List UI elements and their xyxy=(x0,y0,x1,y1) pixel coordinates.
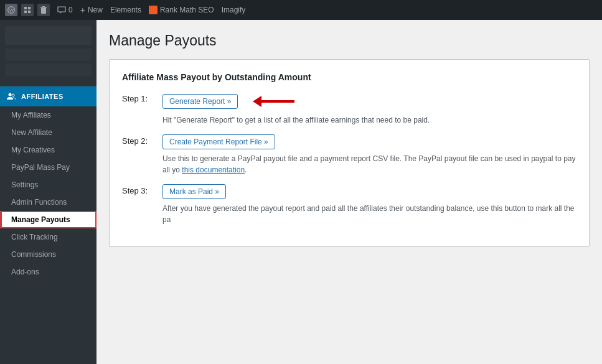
sidebar-profile-box-3 xyxy=(5,63,92,76)
content-area: Manage Payouts Affiliate Mass Payout by … xyxy=(96,20,602,364)
elements-link[interactable]: Elements xyxy=(110,6,141,14)
admin-bar-icons xyxy=(21,4,50,16)
create-payment-report-button[interactable]: Create Payment Report File » xyxy=(162,134,275,149)
svg-marker-9 xyxy=(253,96,261,107)
sidebar-item-add-ons[interactable]: Add-ons xyxy=(0,263,96,281)
documentation-link[interactable]: this documentation xyxy=(182,166,245,174)
sidebar-item-settings[interactable]: Settings xyxy=(0,176,96,194)
rank-math-icon xyxy=(149,6,158,14)
admin-bar: W 0 + New Elements Rank Math SEO Imagify xyxy=(0,0,602,20)
sidebar-section-affiliates[interactable]: Affiliates xyxy=(0,86,96,106)
admin-bar-left: W xyxy=(5,4,50,16)
svg-rect-3 xyxy=(28,7,31,9)
main-layout: Affiliates My Affiliates New Affiliate M… xyxy=(0,20,602,364)
svg-rect-5 xyxy=(28,11,31,13)
rank-math-link[interactable]: Rank Math SEO xyxy=(149,6,214,14)
sidebar-profile-box-2 xyxy=(5,49,92,61)
plus-icon: + xyxy=(80,5,85,15)
step-3-content: Mark as Paid » After you have generated … xyxy=(162,184,576,225)
sidebar-item-admin-functions[interactable]: Admin Functions xyxy=(0,194,96,211)
red-arrow xyxy=(248,92,298,111)
sidebar-item-new-affiliate[interactable]: New Affiliate xyxy=(0,124,96,141)
svg-point-6 xyxy=(9,93,12,96)
trash-icon-box[interactable] xyxy=(37,4,50,16)
new-menu[interactable]: + New xyxy=(80,5,103,15)
svg-rect-4 xyxy=(24,11,27,13)
step-2-row: Step 2: Create Payment Report File » Use… xyxy=(122,134,576,175)
affiliates-icon xyxy=(6,91,16,101)
step-1-desc: Hit "Generate Report" to get a list of a… xyxy=(162,114,576,126)
dashboard-icon-box[interactable] xyxy=(21,4,34,16)
imagify-label: Imagify xyxy=(222,6,246,14)
step-3-row: Step 3: Mark as Paid » After you have ge… xyxy=(122,184,576,225)
comments-link[interactable]: 0 xyxy=(57,6,73,14)
sidebar-item-my-creatives[interactable]: My Creatives xyxy=(0,141,96,159)
sidebar-affiliates-label: Affiliates xyxy=(21,93,63,100)
comment-count: 0 xyxy=(68,6,73,14)
wordpress-logo[interactable]: W xyxy=(5,4,17,16)
sidebar-profile-area xyxy=(0,20,96,86)
sidebar: Affiliates My Affiliates New Affiliate M… xyxy=(0,20,96,364)
step-3-desc: After you have generated the payout repo… xyxy=(162,203,576,225)
page-title: Manage Payouts xyxy=(109,32,590,49)
rank-math-label: Rank Math SEO xyxy=(160,6,214,14)
new-label: New xyxy=(88,6,103,14)
step-1-button-row: Generate Report » xyxy=(162,92,576,111)
sidebar-item-paypal-mass-pay[interactable]: PayPal Mass Pay xyxy=(0,159,96,176)
svg-text:W: W xyxy=(9,7,14,13)
generate-report-button[interactable]: Generate Report » xyxy=(162,94,238,109)
step-1-label: Step 1: xyxy=(122,92,156,103)
step-2-desc: Use this to generate a PayPal payout fil… xyxy=(162,153,576,175)
imagify-link[interactable]: Imagify xyxy=(222,6,246,14)
arrow-container xyxy=(248,92,298,111)
svg-point-7 xyxy=(12,94,14,96)
step-3-button-row: Mark as Paid » xyxy=(162,184,576,199)
step-1-content: Generate Report » Hit "Generate Report" … xyxy=(162,92,576,126)
step-2-content: Create Payment Report File » Use this to… xyxy=(162,134,576,175)
payout-card: Affiliate Mass Payout by Outstanding Amo… xyxy=(109,59,590,247)
step-2-label: Step 2: xyxy=(122,134,156,146)
sidebar-item-commissions[interactable]: Commissions xyxy=(0,246,96,263)
step-1-row: Step 1: Generate Report » xyxy=(122,92,576,126)
step-3-label: Step 3: xyxy=(122,184,156,195)
svg-rect-2 xyxy=(24,7,27,9)
sidebar-item-click-tracking[interactable]: Click Tracking xyxy=(0,228,96,246)
card-title: Affiliate Mass Payout by Outstanding Amo… xyxy=(122,72,576,82)
elements-label: Elements xyxy=(110,6,141,14)
sidebar-item-my-affiliates[interactable]: My Affiliates xyxy=(0,106,96,124)
sidebar-item-manage-payouts[interactable]: Manage Payouts xyxy=(0,211,96,228)
step-2-button-row: Create Payment Report File » xyxy=(162,134,576,149)
sidebar-profile-box-1 xyxy=(5,26,92,45)
mark-as-paid-button[interactable]: Mark as Paid » xyxy=(162,184,226,199)
